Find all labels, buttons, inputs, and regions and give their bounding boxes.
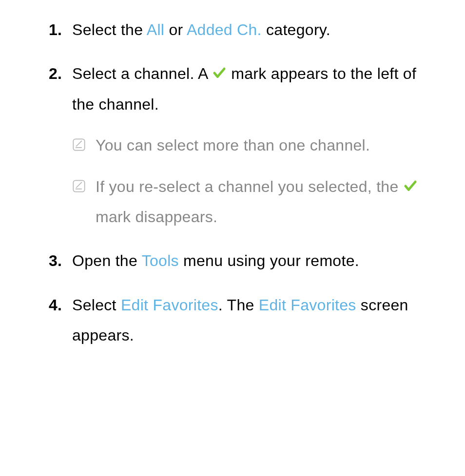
instruction-list: 1.Select the All or Added Ch. category.2… [49,15,436,351]
items.3-segment: Edit Favorites [121,296,218,314]
items.1.notes.1-segment: If you re-select a channel you selected,… [96,178,403,195]
note-icon [72,179,86,193]
svg-rect-1 [73,180,84,191]
items.0-segment: or [164,21,187,38]
note-icon [72,138,86,152]
step-body: Select a channel. A mark appears to the … [72,58,436,119]
items.2-segment: Open the [72,252,142,269]
items.1.notes.1-segment: mark disappears. [96,208,217,226]
items.0-segment: category. [262,21,330,38]
instruction-step: 2.Select a channel. A mark appears to th… [49,58,436,232]
step-note: You can select more than one channel. [72,130,436,160]
items.0-segment: Select the [72,21,147,38]
step-number: 3. [49,246,62,276]
note-body: If you re-select a channel you selected,… [96,171,436,232]
svg-rect-0 [73,139,84,151]
items.0-segment: Added Ch. [187,21,262,38]
instruction-step: 3.Open the Tools menu using your remote. [49,246,436,276]
items.2-segment: Tools [142,252,179,269]
step-number: 4. [49,290,62,320]
items.3-segment: Edit Favorites [259,296,356,314]
instruction-step: 1.Select the All or Added Ch. category. [49,15,436,45]
items.1.notes.0-segment: You can select more than one channel. [96,136,370,154]
step-number: 1. [49,15,62,45]
check-icon [212,66,227,80]
items.3-segment: . The [218,296,259,314]
instruction-step: 4.Select Edit Favorites. The Edit Favori… [49,290,436,351]
check-icon [403,179,418,193]
items.1-segment: Select a channel. A [72,65,212,82]
step-body: Select Edit Favorites. The Edit Favorite… [72,290,436,351]
items.2-segment: menu using your remote. [179,252,359,269]
step-number: 2. [49,58,62,89]
items.3-segment: Select [72,296,121,314]
items.0-segment: All [147,21,164,38]
note-body: You can select more than one channel. [96,130,436,160]
step-body: Select the All or Added Ch. category. [72,15,436,45]
step-body: Open the Tools menu using your remote. [72,246,436,276]
step-note: If you re-select a channel you selected,… [72,171,436,232]
